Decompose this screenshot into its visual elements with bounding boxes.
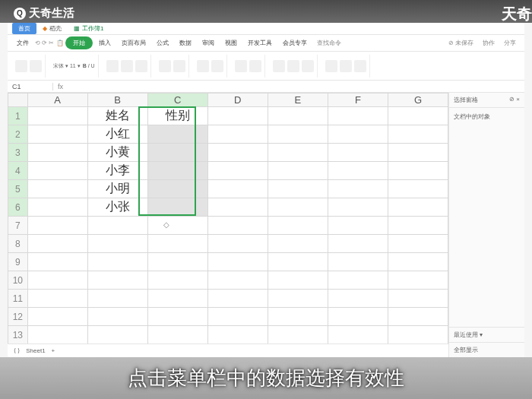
- cell-D10[interactable]: [207, 271, 268, 290]
- cell-F4[interactable]: [328, 162, 388, 180]
- cell-C9[interactable]: [147, 253, 207, 271]
- row-header-11[interactable]: 11: [8, 290, 28, 308]
- sheet-add[interactable]: +: [52, 347, 55, 354]
- align-left[interactable]: [106, 60, 119, 72]
- cell-B1[interactable]: 姓名: [87, 107, 147, 125]
- cell-E9[interactable]: [268, 253, 328, 271]
- cell-F12[interactable]: [328, 308, 388, 326]
- cell-C2[interactable]: [147, 125, 207, 144]
- btn-share[interactable]: 分享: [500, 37, 520, 49]
- cell-E8[interactable]: [268, 235, 328, 253]
- cell-G13[interactable]: [388, 326, 448, 344]
- cell-F6[interactable]: [328, 198, 388, 217]
- cell-G8[interactable]: [388, 235, 448, 253]
- filter-button[interactable]: [302, 60, 314, 72]
- cell-C10[interactable]: [147, 271, 207, 290]
- menu-vip[interactable]: 会员专享: [278, 36, 312, 49]
- cell-E6[interactable]: [268, 198, 328, 217]
- menu-view[interactable]: 视图: [220, 36, 242, 49]
- cell-D1[interactable]: [207, 107, 268, 125]
- cell-G2[interactable]: [388, 125, 448, 144]
- fx-label[interactable]: fx: [53, 83, 68, 90]
- cell-E1[interactable]: [268, 107, 328, 125]
- menu-formula[interactable]: 公式: [152, 36, 173, 49]
- cell-D6[interactable]: [207, 198, 268, 217]
- tab-docer[interactable]: ◆稻壳: [36, 23, 68, 34]
- panel-footer1[interactable]: 最近使用: [454, 331, 478, 338]
- cell-E10[interactable]: [268, 271, 328, 290]
- align-right[interactable]: [135, 60, 147, 72]
- cell-D8[interactable]: [207, 235, 268, 253]
- cell-D3[interactable]: [207, 144, 268, 162]
- grid[interactable]: ABCDEFG1姓名性别2小红3小黄4小李5小明6小张7891011121314…: [8, 93, 448, 344]
- cell-B2[interactable]: 小红: [87, 125, 147, 144]
- font-select[interactable]: 宋体 ▾ 11 ▾: [53, 62, 81, 70]
- row-header-6[interactable]: 6: [8, 198, 28, 217]
- cell-A12[interactable]: [27, 308, 87, 326]
- merge-button[interactable]: [159, 60, 171, 72]
- cell-B10[interactable]: [87, 271, 147, 290]
- qat-icons[interactable]: ⟲ ⟳ ✂ 📋: [35, 40, 64, 46]
- cell-F8[interactable]: [328, 235, 388, 253]
- cell-B3[interactable]: 小黄: [87, 144, 147, 162]
- cell-A2[interactable]: [27, 125, 87, 144]
- cell-A3[interactable]: [27, 144, 87, 162]
- cell-E7[interactable]: [268, 217, 328, 235]
- cell-B8[interactable]: [87, 235, 147, 253]
- freeze-button[interactable]: [354, 60, 366, 72]
- row-header-8[interactable]: 8: [8, 235, 28, 253]
- row-header-1[interactable]: 1: [8, 107, 28, 125]
- bold-button[interactable]: B I U: [83, 63, 95, 68]
- cell-C13[interactable]: [147, 326, 207, 344]
- row-header-4[interactable]: 4: [8, 162, 28, 180]
- currency-button[interactable]: [211, 60, 223, 72]
- cell-G9[interactable]: [388, 253, 448, 271]
- cell-E12[interactable]: [268, 308, 328, 326]
- cell-G7[interactable]: [388, 217, 448, 235]
- cell-B6[interactable]: 小张: [87, 198, 147, 217]
- cell-F10[interactable]: [328, 271, 388, 290]
- cell-A7[interactable]: [27, 217, 87, 235]
- cell-G5[interactable]: [388, 180, 448, 198]
- cell-C1[interactable]: 性别: [147, 107, 207, 125]
- tab-workbook[interactable]: ▦工作簿1: [68, 23, 109, 34]
- cell-F3[interactable]: [328, 144, 388, 162]
- menu-data[interactable]: 数据: [175, 36, 196, 49]
- cell-E4[interactable]: [268, 162, 328, 180]
- cell-A13[interactable]: [27, 326, 87, 344]
- sheet-tab[interactable]: Sheet1: [26, 347, 45, 354]
- menu-insert[interactable]: 插入: [94, 36, 116, 49]
- cell-C6[interactable]: [147, 198, 207, 217]
- cell-C5[interactable]: [147, 180, 207, 198]
- cell-A8[interactable]: [27, 235, 87, 253]
- menu-dev[interactable]: 开发工具: [243, 36, 277, 49]
- wrap-button[interactable]: [173, 60, 185, 72]
- cell-G6[interactable]: [388, 198, 448, 217]
- sheet-nav[interactable]: ⟨ ⟩: [14, 347, 20, 354]
- panel-footer2[interactable]: 全部显示: [454, 347, 478, 353]
- row-header-7[interactable]: 7: [8, 217, 28, 235]
- cell-B4[interactable]: 小李: [87, 162, 147, 180]
- cell-C7[interactable]: [147, 217, 207, 235]
- cell-B12[interactable]: [87, 308, 147, 326]
- cell-A11[interactable]: [27, 290, 87, 308]
- cell-C4[interactable]: [147, 162, 207, 180]
- align-center[interactable]: [121, 60, 133, 72]
- cell-F7[interactable]: [328, 217, 388, 235]
- cell-A1[interactable]: [27, 107, 87, 125]
- cell-C8[interactable]: [147, 235, 207, 253]
- cell-G1[interactable]: [388, 107, 448, 125]
- row-header-2[interactable]: 2: [8, 125, 28, 144]
- cell-D2[interactable]: [207, 125, 268, 144]
- menu-start[interactable]: 开始: [65, 36, 93, 49]
- cell-A4[interactable]: [27, 162, 87, 180]
- select-all[interactable]: [8, 93, 28, 107]
- cell-A10[interactable]: [27, 271, 87, 290]
- sum-button[interactable]: [273, 60, 285, 72]
- cell-F11[interactable]: [328, 290, 388, 308]
- col-header-C[interactable]: C: [147, 93, 207, 107]
- cell-E2[interactable]: [268, 125, 328, 144]
- panel-close-icon[interactable]: ⊘ ×: [509, 96, 520, 104]
- row-header-5[interactable]: 5: [8, 180, 28, 198]
- cut-button[interactable]: [30, 60, 42, 72]
